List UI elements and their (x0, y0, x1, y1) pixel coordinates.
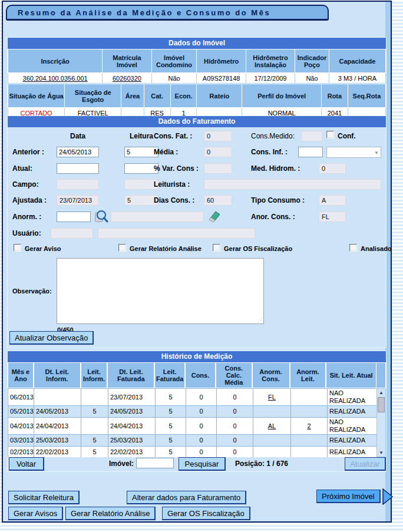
historico-cell-link[interactable]: 2 (307, 422, 310, 429)
scroll-down-icon[interactable]: ▼ (377, 450, 385, 455)
historico-table-cell: 25/03/2013 (34, 435, 81, 447)
anorm-desc-value (111, 212, 204, 222)
historico-table-cell: 06/2013 (8, 389, 34, 406)
eraser-icon[interactable] (207, 209, 222, 223)
historico-cell-value: 22/02/2013 (36, 448, 68, 455)
gerar-os-fiscalizacao-label: Gerar OS Fiscalização (224, 245, 292, 252)
historico-column-header: Leit. Faturada (154, 362, 185, 388)
atualizar-button[interactable]: Atualizar (345, 457, 386, 471)
ajustada-label: Ajustada : (12, 196, 47, 204)
imovel-search-input[interactable] (136, 458, 174, 468)
historico-cell-value: REALIZADA (329, 448, 365, 455)
gerar-avisos-button[interactable]: Gerar Avisos (8, 507, 63, 520)
historico-cell-value: REALIZADA (329, 408, 365, 415)
gerar-relatorio-analise-checkbox[interactable] (118, 244, 126, 252)
header-filler (376, 362, 386, 388)
anorm-label: Anorm. : (12, 213, 41, 221)
historico-table-cell: 5 (156, 418, 186, 435)
table-header-cell: Situação de Esgoto (65, 84, 121, 108)
table-cell-value: Não (168, 75, 180, 82)
section-header-imovel: Dados do Imóvel (8, 38, 386, 49)
gerar-aviso-checkbox[interactable] (14, 244, 21, 252)
table-cell-link[interactable]: 60260320 (113, 75, 141, 82)
imovel-search-label: Imóvel: (109, 460, 134, 468)
historico-table-cell: 22/02/2013 (34, 447, 81, 458)
chevron-down-icon: ▼ (374, 150, 379, 156)
historico-cell-value: 5 (169, 448, 172, 455)
table-cell-value: 3 M3 / HORA (338, 75, 376, 82)
historico-table-body: 06/201323/07/2013500FLNAO REALIZADA05/20… (8, 388, 386, 457)
anterior-data-input[interactable] (57, 147, 99, 157)
voltar-button[interactable]: Voltar (9, 457, 44, 471)
historico-cell-link[interactable]: FL (268, 394, 276, 401)
historico-table-cell: 5 (156, 447, 186, 458)
historico-footer: Voltar Imóvel: Pesquisar Posição: 1 / 67… (8, 457, 386, 471)
pesquisar-button[interactable]: Pesquisar (179, 457, 226, 471)
solicitar-releitura-button[interactable]: Solicitar Releitura (8, 491, 80, 504)
table-header-cell: Situação de Água (8, 84, 65, 108)
historico-table-cell (81, 389, 108, 406)
campo-data-value (57, 179, 99, 190)
gerar-os-fiscalizacao-button[interactable]: Gerar OS Fiscalização (162, 507, 250, 520)
historico-cell-value: 24/04/2013 (110, 422, 143, 429)
historico-table-cell: 5 (81, 447, 108, 458)
imovel-table-2: Situação de ÁguaSituação de EsgotoÁreaCa… (8, 84, 386, 118)
usuario-label: Usuário: (12, 229, 41, 237)
var-cons-label: % Var. Cons : (154, 164, 199, 173)
historico-table-cell (291, 435, 328, 447)
historico-table-cell: 05/2013 (8, 406, 34, 418)
cons-inf-input[interactable] (298, 147, 323, 157)
table-cell: 3 M3 / HORA (329, 73, 385, 84)
search-icon[interactable] (94, 209, 108, 223)
gerar-os-fiscalizacao-checkbox[interactable] (213, 244, 220, 252)
scroll-up-icon[interactable]: ▲ (377, 390, 385, 395)
next-arrow-icon[interactable] (382, 488, 394, 505)
historico-cell-value: 0 (199, 408, 203, 415)
alterar-dados-faturamento-button[interactable]: Alterar dados para Faturamento (127, 491, 246, 504)
historico-table: 06/201323/07/2013500FLNAO REALIZADA05/20… (8, 388, 378, 457)
historico-cell-value: 5 (93, 448, 96, 455)
historico-table-cell: 24/05/2013 (34, 406, 81, 418)
historico-table-cell: REALIZADA (328, 406, 378, 418)
textarea-resize-grip[interactable]: ⋰ (257, 317, 263, 323)
historico-table-cell (34, 389, 81, 406)
gerar-relatorio-analise-label: Gerar Relatório Análise (130, 245, 202, 252)
historico-table-cell: 23/07/2013 (108, 389, 156, 406)
historico-column-header: Dt. Leit. Faturada (107, 362, 154, 388)
table-cell-link[interactable]: 360.204.100.0356.001 (23, 75, 88, 82)
table-header-cell: Econ. (170, 84, 197, 108)
observacao-textarea[interactable] (57, 258, 264, 324)
historico-cell-link[interactable]: AL (268, 422, 276, 429)
historico-table-cell (81, 418, 108, 435)
leiturista-label: Leiturista : (154, 180, 190, 189)
table-cell: Não (295, 73, 329, 84)
anorm-input[interactable] (57, 212, 91, 222)
anor-cons-value: FL (319, 212, 346, 222)
scrollbar-thumb[interactable] (378, 397, 385, 412)
atual-data-input[interactable] (57, 163, 99, 174)
table-header-cell: Capacidade (329, 49, 385, 73)
historico-cell-value: 5 (169, 437, 172, 444)
conf-checkbox[interactable] (326, 131, 334, 138)
historico-table-cell: 25/03/2013 (108, 435, 156, 447)
historico-table-cell: 2 (291, 418, 328, 435)
historico-table-cell: 22/02/2013 (108, 447, 156, 458)
cons-inf-select[interactable]: ▼ (326, 147, 381, 158)
section-dados-faturamento: Dados do Faturamento Data Leitura Cons. … (7, 115, 387, 348)
gerar-relatorio-analise-button[interactable]: Gerar Relatório Análise (65, 507, 156, 520)
historico-table-cell (291, 406, 328, 418)
historico-table-cell: 0 (186, 447, 217, 458)
historico-cell-value: 25/03/2013 (110, 437, 143, 444)
atualizar-observacao-button[interactable]: Atualizar Observação (9, 331, 94, 345)
historico-cell-value: 06/2013 (10, 394, 34, 401)
analisado-checkbox[interactable] (349, 244, 357, 252)
historico-cell-value: 23/07/2013 (110, 394, 143, 401)
historico-cell-value: REALIZADA (329, 437, 365, 444)
historico-table-cell: 24/04/2013 (108, 418, 156, 435)
usuario-cod-value (51, 228, 93, 239)
historico-table-cell (291, 389, 328, 406)
historico-column-header: Anorm. Cons. (252, 362, 290, 388)
historico-table-cell: 0 (186, 406, 217, 418)
historico-scrollbar[interactable]: ▲ ▼ (376, 388, 386, 457)
proximo-imovel-button[interactable]: Próximo Imóvel (316, 490, 381, 503)
